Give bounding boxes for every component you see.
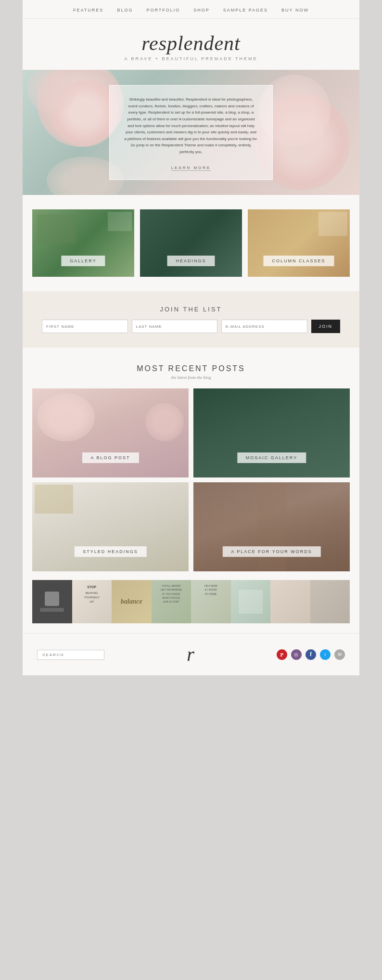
insta-item-7[interactable] [270, 580, 310, 623]
grid-item-columns[interactable]: column classes [248, 209, 350, 277]
blog-item-2[interactable]: mosaic gallery [193, 388, 350, 477]
hero-cta-link[interactable]: learn more [171, 165, 211, 170]
grid-label-columns: column classes [263, 256, 334, 266]
insta-item-5[interactable]: I'M A MOM & I WORK AT HOME [191, 580, 231, 623]
social-email-icon[interactable]: ✉ [334, 649, 345, 660]
blog-bg-2 [193, 388, 350, 477]
hero-text: Strikingly beautiful and beautiful, Resp… [124, 96, 258, 155]
grid-item-headings[interactable]: headings [140, 209, 242, 277]
search-input[interactable] [37, 650, 104, 660]
grid-label-headings: headings [167, 256, 215, 266]
join-section: join the list JOIN [23, 291, 359, 348]
insta-item-1[interactable] [32, 580, 72, 623]
blog-bg-1 [32, 388, 189, 477]
social-instagram-icon[interactable]: ◎ [291, 649, 302, 660]
grid-bg-headings [140, 209, 242, 277]
insta-item-8[interactable] [310, 580, 350, 623]
site-subtitle: a brave + beautiful premade theme [23, 56, 359, 61]
blog-bg-4 [193, 482, 350, 571]
blog-label-3: styled headings [74, 546, 147, 557]
email-input[interactable] [221, 320, 307, 333]
grid-bg-columns [248, 209, 350, 277]
join-button[interactable]: JOIN [311, 320, 341, 333]
first-name-input[interactable] [42, 320, 128, 333]
nav-buy-now[interactable]: buy now [281, 8, 309, 13]
grid-label-gallery: gallery [61, 256, 105, 266]
site-footer: r P ◎ f t ✉ [23, 633, 359, 675]
insta-item-4[interactable]: YOU'LL NEVER GET ANYWHERE IF YOU KNOW WH… [152, 580, 191, 623]
footer-search [37, 649, 104, 660]
blog-section-title: most recent posts [32, 364, 350, 373]
site-header: resplendent a brave + beautiful premade … [23, 19, 359, 70]
social-pinterest-icon[interactable]: P [277, 649, 287, 660]
blog-section-subtitle: the latest from the blog [32, 375, 350, 380]
social-facebook-icon[interactable]: f [306, 649, 316, 660]
blog-grid: a blog post mosaic gallery styled headin… [32, 388, 350, 571]
blog-label-1: a blog post [82, 452, 139, 463]
hero-content-box: Strikingly beautiful and beautiful, Resp… [109, 85, 273, 180]
nav-portfolio[interactable]: portfolio [146, 8, 180, 13]
main-nav: features blog portfolio shop sample page… [23, 0, 359, 19]
blog-label-4: a place for your words [222, 546, 320, 557]
instagram-strip: STOP BEATING YOURSELF UP balance YOU'LL … [32, 580, 350, 623]
join-form: JOIN [42, 320, 340, 333]
insta-item-6[interactable] [231, 580, 271, 623]
join-title: join the list [42, 306, 340, 313]
footer-logo: r [187, 643, 194, 666]
feature-grid: gallery headings column classes [32, 209, 350, 277]
grid-bg-gallery [32, 209, 134, 277]
blog-label-2: mosaic gallery [237, 452, 306, 463]
nav-blog[interactable]: blog [117, 8, 133, 13]
blog-section: most recent posts the latest from the bl… [23, 348, 359, 633]
nav-sample-pages[interactable]: sample pages [223, 8, 268, 13]
feature-grid-section: gallery headings column classes [23, 195, 359, 291]
blog-item-1[interactable]: a blog post [32, 388, 189, 477]
insta-item-3[interactable]: balance [112, 580, 152, 623]
site-title: resplendent [23, 32, 359, 54]
nav-features[interactable]: features [73, 8, 103, 13]
blog-item-4[interactable]: a place for your words [193, 482, 350, 571]
last-name-input[interactable] [132, 320, 218, 333]
grid-item-gallery[interactable]: gallery [32, 209, 134, 277]
footer-social: P ◎ f t ✉ [277, 649, 345, 660]
insta-item-2[interactable]: STOP BEATING YOURSELF UP [72, 580, 112, 623]
social-twitter-icon[interactable]: t [320, 649, 331, 660]
blog-bg-3 [32, 482, 189, 571]
blog-item-3[interactable]: styled headings [32, 482, 189, 571]
hero-section: Strikingly beautiful and beautiful, Resp… [23, 70, 359, 195]
nav-shop[interactable]: shop [193, 8, 210, 13]
